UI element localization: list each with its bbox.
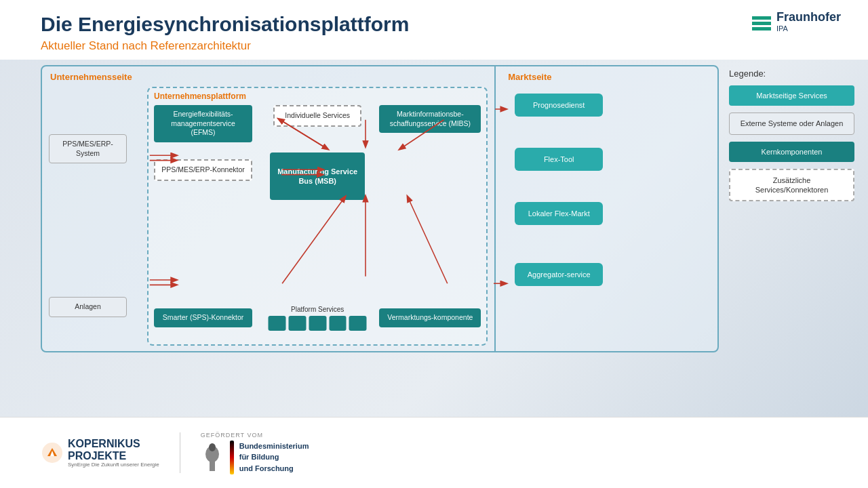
gefördert-label: GEFÖRDERT VOM xyxy=(201,432,309,439)
svg-rect-22 xyxy=(210,461,215,471)
legend-item-teal-light: Marktseitige Services xyxy=(729,85,854,106)
legend-title: Legende: xyxy=(729,68,854,79)
flex-tool-box: Flex-Tool xyxy=(515,148,603,171)
svg-point-23 xyxy=(209,443,216,451)
prognosedienst-box: Prognosedienst xyxy=(515,94,603,117)
sps-konnektor-box: Smarter (SPS)-Konnektor xyxy=(154,308,252,327)
page: Fraunhofer IPA Die Energiesynchronisatio… xyxy=(0,0,868,488)
bundesflagge xyxy=(230,441,234,474)
fraunhofer-dept: IPA xyxy=(776,24,841,33)
svg-rect-2 xyxy=(752,27,771,30)
fraunhofer-icon xyxy=(751,11,772,33)
bundesadler-icon xyxy=(201,441,224,474)
kopernikus-sub: SynErgie Die Zukunft unserer Energie xyxy=(68,462,159,468)
pps-konnektor-box: PPS/MES/ERP-Konnektor xyxy=(154,159,252,181)
fraunhofer-logo: Fraunhofer IPA xyxy=(751,10,841,33)
main-diagram: Unternehmensseite Marktseite Unternehmen… xyxy=(41,65,719,352)
vermarktung-box: Vermarktungs-komponente xyxy=(379,308,481,327)
platform-services-box: Platform Services xyxy=(269,306,367,331)
unternehmensseite-label: Unternehmensseite xyxy=(50,72,132,82)
footer: KOPERNIKUS PROJEKTE SynErgie Die Zukunft… xyxy=(0,417,868,488)
individuelle-services-box: Individuelle Services xyxy=(273,105,361,127)
anlagen-box: Anlagen xyxy=(49,297,127,317)
legend-item-teal-dark: Kernkomponenten xyxy=(729,142,854,162)
bmbf-section: GEFÖRDERT VOM Bundesministerium für Bild… xyxy=(201,432,309,474)
efms-box: Energieflexibilitäts-managementservice (… xyxy=(154,105,252,142)
bmbf-text: Bundesministerium für Bildung und Forsch… xyxy=(239,441,309,474)
main-title: Die Energiesynchronisationsplattform xyxy=(41,12,841,37)
mibs-box: Marktinformationsbe-schaffungsservice (M… xyxy=(379,105,481,133)
marktseite-label: Marktseite xyxy=(508,72,551,82)
legend-item-dashed: Zusätzliche Services/Konnektoren xyxy=(729,169,854,202)
fraunhofer-name: Fraunhofer xyxy=(776,10,841,24)
svg-rect-0 xyxy=(752,16,771,20)
unternehmensplattform-box: Unternehmensplattform Energieflexibilitä… xyxy=(147,87,488,346)
pps-system-box: PPS/MES/ERP-System xyxy=(49,134,127,163)
legend: Legende: Marktseitige Services Externe S… xyxy=(729,65,854,352)
sub-title: Aktueller Stand nach Referenzarchitektur xyxy=(41,39,841,53)
footer-separator xyxy=(180,432,180,473)
unternehmensplattform-label: Unternehmensplattform xyxy=(149,88,486,104)
svg-rect-1 xyxy=(752,22,771,25)
synenergie-icon xyxy=(41,441,64,465)
legend-item-gray: Externe Systeme oder Anlagen xyxy=(729,113,854,134)
lokaler-flex-markt-box: Lokaler Flex-Markt xyxy=(515,202,603,225)
aggregatorservice-box: Aggregator-service xyxy=(515,263,603,286)
msb-box: Manufacturing Service Bus (MSB) xyxy=(270,152,365,200)
kopernikus-logo: KOPERNIKUS PROJEKTE SynErgie Die Zukunft… xyxy=(41,438,159,468)
